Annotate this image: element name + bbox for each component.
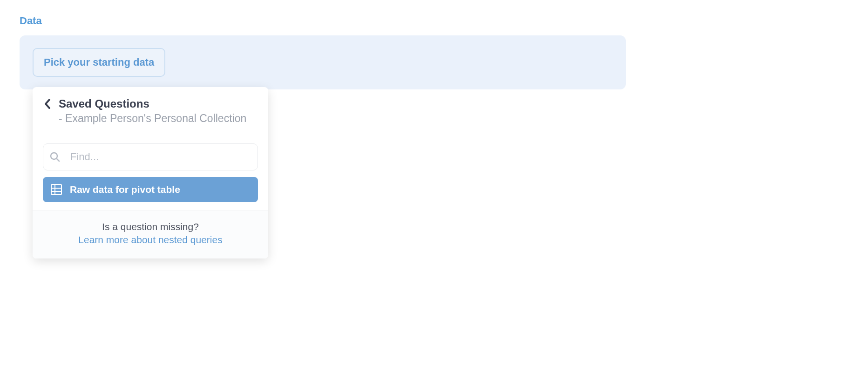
popover-footer: Is a question missing? Learn more about … — [33, 211, 268, 258]
popover-title: Saved Questions — [59, 97, 149, 110]
search-wrap — [43, 143, 258, 170]
data-panel: Pick your starting data — [20, 35, 626, 89]
saved-question-item[interactable]: Raw data for pivot table — [43, 177, 258, 202]
saved-question-label: Raw data for pivot table — [70, 184, 180, 195]
learn-more-link[interactable]: Learn more about nested queries — [78, 234, 222, 245]
popover-subtitle: - Example Person's Personal Collection — [43, 111, 258, 126]
popover-header: Saved Questions - Example Person's Perso… — [33, 87, 268, 130]
pick-starting-data-button[interactable]: Pick your starting data — [33, 48, 165, 77]
item-list: Raw data for pivot table — [33, 177, 268, 211]
search-icon — [49, 151, 61, 163]
footer-question: Is a question missing? — [37, 221, 264, 232]
search-input[interactable] — [43, 143, 258, 170]
svg-rect-2 — [51, 184, 61, 195]
table-icon — [50, 184, 62, 196]
section-label-data: Data — [20, 15, 42, 27]
svg-line-1 — [57, 159, 60, 162]
data-picker-popover: Saved Questions - Example Person's Perso… — [33, 87, 268, 258]
chevron-left-icon[interactable] — [43, 98, 52, 110]
